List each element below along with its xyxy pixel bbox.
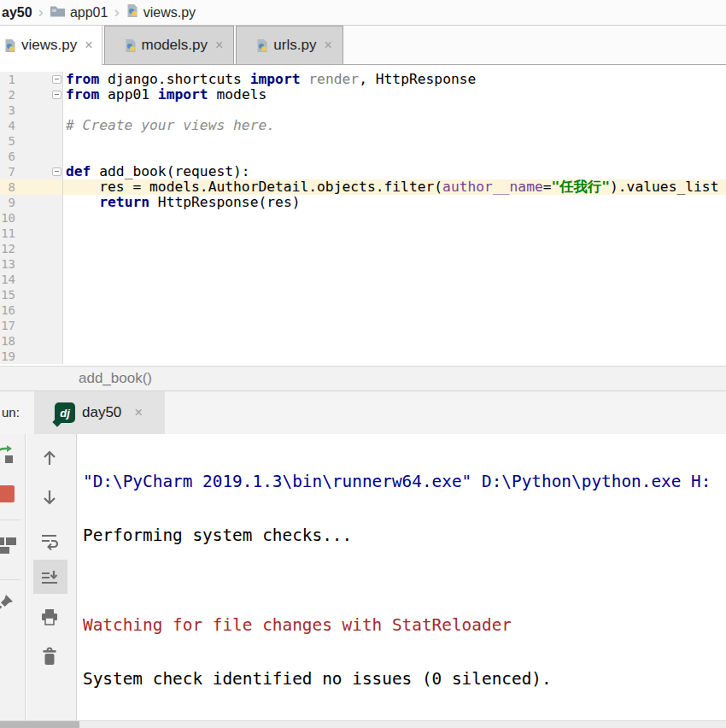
code-line: 12 bbox=[0, 241, 726, 256]
rerun-icon[interactable] bbox=[0, 444, 15, 468]
fold-minus-icon[interactable] bbox=[52, 167, 61, 176]
line-number: 16 bbox=[0, 302, 15, 318]
code-line: 5 bbox=[0, 133, 726, 149]
line-number: 9 bbox=[0, 195, 15, 210]
editor-tab-bar: views.py × models.py × urls.py × bbox=[0, 26, 726, 65]
line-number: 2 bbox=[0, 87, 15, 103]
close-icon[interactable]: × bbox=[85, 38, 92, 53]
console-output[interactable]: "D:\PyCharm 2019.1.3\bin\runnerw64.exe" … bbox=[78, 434, 726, 720]
line-number: 1 bbox=[0, 72, 15, 87]
tab-label: urls.py bbox=[273, 37, 316, 54]
line-number: 4 bbox=[0, 118, 15, 133]
python-file-icon bbox=[124, 38, 138, 53]
down-arrow-icon[interactable] bbox=[40, 488, 59, 510]
run-tab-day50[interactable]: dj day50 × bbox=[34, 391, 165, 434]
tab-label: views.py bbox=[21, 37, 77, 54]
code-line: 17 bbox=[0, 318, 726, 333]
python-file-icon bbox=[255, 38, 269, 53]
chevron-right-icon: › bbox=[32, 3, 50, 23]
scroll-to-end-icon[interactable] bbox=[40, 569, 59, 591]
chevron-right-icon: › bbox=[108, 3, 125, 23]
code-line: 19 bbox=[0, 349, 726, 364]
code-line: 15 bbox=[0, 287, 726, 302]
console-line: Performing system checks... bbox=[83, 526, 726, 544]
code-line: 1 from django.shortcuts import render, H… bbox=[0, 72, 726, 87]
tab-views-py[interactable]: views.py × bbox=[0, 26, 102, 65]
close-icon[interactable]: × bbox=[324, 38, 331, 53]
line-number: 3 bbox=[0, 103, 15, 118]
code-line: 6 bbox=[0, 149, 726, 164]
code-line: 16 bbox=[0, 302, 726, 318]
tab-models-py[interactable]: models.py × bbox=[104, 26, 235, 64]
pin-icon[interactable] bbox=[0, 593, 15, 617]
code-line: 2 from app01 import models bbox=[0, 87, 726, 103]
up-arrow-icon[interactable] bbox=[40, 449, 59, 471]
fold-minus-icon[interactable] bbox=[52, 91, 61, 99]
code-line: 4 # Create your views here. bbox=[0, 118, 726, 133]
line-number: 17 bbox=[0, 318, 15, 333]
python-file-icon bbox=[126, 3, 139, 21]
editor-breadcrumb-bar: add_book() bbox=[0, 366, 726, 391]
line-number: 5 bbox=[0, 133, 15, 149]
code-line: 7 def add_book(request): bbox=[0, 164, 726, 179]
toolbar-separator bbox=[0, 520, 20, 520]
line-number: 13 bbox=[0, 256, 15, 272]
code-line: 13 bbox=[0, 256, 726, 272]
restore-layout-icon[interactable] bbox=[0, 536, 18, 558]
line-number: 10 bbox=[0, 210, 15, 226]
trash-icon[interactable] bbox=[40, 647, 59, 669]
code-line-current: 8 res = models.AuthorDetail.objects.filt… bbox=[0, 179, 726, 195]
tab-urls-py[interactable]: urls.py × bbox=[236, 26, 343, 64]
console-line: "D:\PyCharm 2019.1.3\bin\runnerw64.exe" … bbox=[83, 473, 726, 490]
folder-icon bbox=[50, 5, 66, 21]
soft-wrap-icon[interactable] bbox=[40, 531, 59, 554]
code-line: 9 return HttpResponse(res) bbox=[0, 195, 726, 210]
breadcrumb-project[interactable]: ay50 bbox=[2, 5, 32, 21]
console-line: System check identified no issues (0 sil… bbox=[83, 670, 726, 688]
print-icon[interactable] bbox=[40, 608, 59, 630]
line-number: 19 bbox=[0, 349, 15, 364]
breadcrumb-file[interactable]: views.py bbox=[126, 3, 196, 21]
fold-minus-icon[interactable] bbox=[52, 75, 61, 84]
line-number: 11 bbox=[0, 226, 15, 241]
console-toolbar bbox=[26, 434, 77, 720]
run-label: un: bbox=[2, 391, 20, 434]
code-line: 11 bbox=[0, 226, 726, 241]
line-number: 8 bbox=[0, 179, 15, 195]
code-editor[interactable]: 1 from django.shortcuts import render, H… bbox=[0, 65, 726, 366]
current-function-breadcrumb[interactable]: add_book() bbox=[79, 367, 152, 390]
line-number: 12 bbox=[0, 241, 15, 256]
run-tab-label: day50 bbox=[82, 404, 121, 421]
close-icon[interactable]: × bbox=[134, 404, 143, 421]
run-panel-left-toolbar bbox=[0, 434, 26, 720]
code-line: 3 bbox=[0, 103, 726, 118]
django-dj-icon: dj bbox=[55, 402, 75, 423]
run-toolwindow-header: un: dj day50 × bbox=[0, 391, 726, 434]
python-file-icon bbox=[3, 38, 17, 53]
line-number: 15 bbox=[0, 287, 15, 302]
console-line: Watching for file changes with StatReloa… bbox=[83, 616, 726, 634]
line-number: 6 bbox=[0, 149, 15, 164]
code-line: 18 bbox=[0, 333, 726, 349]
toolbar-separator bbox=[0, 579, 20, 580]
horizontal-scrollbar[interactable] bbox=[0, 720, 726, 728]
stop-icon[interactable] bbox=[0, 485, 15, 502]
tab-label: models.py bbox=[142, 37, 208, 54]
breadcrumb-folder[interactable]: app01 bbox=[50, 5, 108, 21]
code-line: 10 bbox=[0, 210, 726, 226]
scrollbar-thumb[interactable] bbox=[0, 721, 79, 728]
code-line: 14 bbox=[0, 272, 726, 287]
close-icon[interactable]: × bbox=[215, 38, 223, 53]
line-number: 14 bbox=[0, 272, 15, 287]
breadcrumb: ay50 › app01 › views.py bbox=[0, 0, 726, 26]
line-number: 18 bbox=[0, 333, 15, 349]
line-number: 7 bbox=[0, 164, 15, 179]
